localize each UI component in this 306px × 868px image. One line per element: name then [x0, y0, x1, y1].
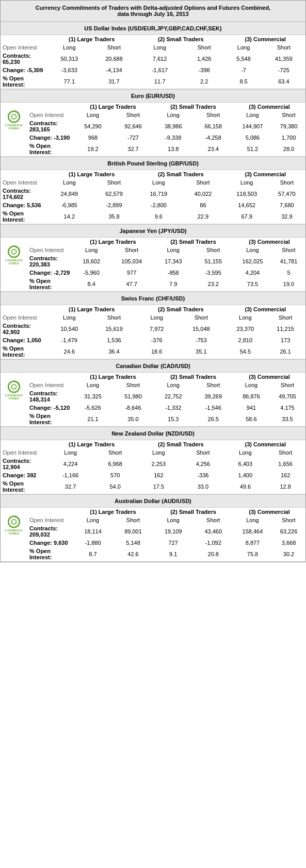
pct-small-short-5: 26.5: [193, 412, 233, 426]
table-col-2: (1) Large Traders (2) Small Traders (3) …: [1, 170, 305, 224]
comm-long-val-0: 5,548: [225, 52, 262, 66]
pct-large-long-0: 77.1: [47, 74, 92, 89]
chg-comm-long-4: 2,810: [225, 336, 265, 344]
contracts-label-3: Contracts: 220,383: [27, 254, 73, 269]
pct-small-long-1: 13.8: [153, 142, 194, 156]
pct-large-long-7: 8.7: [73, 547, 113, 561]
pct-small-short-0: 2.2: [183, 74, 226, 89]
small-traders-header: (2) Small Traders: [153, 373, 233, 381]
large-long-val-5: 31,325: [73, 389, 113, 404]
chg-small-short-2: 86: [181, 201, 225, 209]
small-short-val-5: 39,269: [193, 389, 233, 404]
chg-small-long-0: -1,617: [136, 66, 183, 74]
large-short-label: Short: [113, 381, 153, 389]
logo-col-5: CASHBACKFOREX: [1, 373, 27, 426]
change-row-3: Change: -2,729 -5,960 977 -858 -3,595 4,…: [27, 269, 305, 277]
chg-large-short-4: 1,536: [92, 336, 137, 344]
comm-short-label: Short: [272, 111, 305, 119]
pct-large-short-7: 42.6: [113, 547, 153, 561]
chg-comm-short-4: 173: [265, 336, 305, 344]
large-traders-header: (1) Large Traders: [47, 35, 136, 43]
large-short-val-2: 62,579: [92, 187, 137, 201]
comm-short-label: Short: [272, 516, 305, 524]
large-short-label: Short: [113, 111, 153, 119]
chg-large-short-6: 570: [94, 471, 136, 479]
large-short-val-5: 51,980: [113, 389, 153, 404]
table-col-3: (1) Large Traders (2) Small Traders (3) …: [27, 238, 305, 291]
small-traders-header: (2) Small Traders: [153, 103, 233, 111]
oi-col-header: [27, 373, 73, 381]
comm-short-label: Short: [272, 246, 305, 254]
comm-long-label: Long: [233, 246, 272, 254]
small-traders-header: (2) Small Traders: [153, 238, 233, 246]
logo-col-1: CASHBACKFOREX: [1, 103, 27, 156]
section-3: Japanese Yen (JPY/USD) CASHBACKFOREX (1)…: [1, 224, 305, 292]
group-header-row-5: (1) Large Traders (2) Small Traders (3) …: [27, 373, 305, 381]
main-title: Currency Commitments of Traders with Del…: [1, 1, 305, 22]
contracts-label-6: Contracts: 12,904: [1, 457, 47, 471]
section-header-1: Euro (EUR/USD): [1, 89, 305, 103]
small-long-label: Long: [136, 178, 181, 187]
pct-large-short-6: 54.0: [94, 479, 136, 494]
comm-short-val-2: 57,470: [268, 187, 305, 201]
chg-small-long-1: -9,338: [153, 133, 194, 142]
small-long-label: Long: [153, 381, 194, 389]
pct-row-2: % Open Interest: 14.2 35.8 9.6 22.9 67.9…: [1, 209, 305, 224]
pct-small-long-3: 7.9: [153, 277, 194, 291]
pct-large-long-5: 21.1: [73, 412, 113, 426]
change-row-7: Change: 9,630 -1,880 5,148 727 -1,092 8,…: [27, 539, 305, 547]
pct-small-long-4: 18.6: [136, 344, 177, 359]
small-long-label: Long: [153, 111, 194, 119]
small-traders-header: (2) Small Traders: [153, 508, 233, 516]
svg-point-5: [12, 385, 17, 389]
small-long-val-4: 7,972: [136, 322, 177, 336]
logo-col-7: CASHBACKFOREX: [1, 508, 27, 561]
section-0: US Dollar Index (USD/EUR,JPY,GBP,CAD,CHF…: [1, 22, 305, 89]
comm-long-label: Long: [225, 178, 268, 187]
pct-large-short-0: 31.7: [92, 74, 137, 89]
chg-large-short-5: -8,646: [113, 404, 153, 412]
large-long-val-3: 18,602: [73, 254, 110, 269]
comm-short-label: Short: [262, 43, 305, 52]
data-table-6: (1) Large Traders (2) Small Traders (3) …: [1, 440, 305, 494]
oi-label: Open Interest: [27, 246, 73, 254]
pct-large-long-6: 32.7: [47, 479, 94, 494]
small-long-val-2: 16,719: [136, 187, 181, 201]
comm-long-label: Long: [233, 516, 272, 524]
chg-large-long-1: 968: [73, 133, 113, 142]
section-header-3: Japanese Yen (JPY/USD): [1, 224, 305, 238]
chg-comm-short-5: 4,175: [269, 404, 305, 412]
large-long-val-7: 18,114: [73, 524, 113, 539]
small-long-label: Long: [136, 43, 183, 52]
small-long-label: Long: [153, 516, 194, 524]
pct-small-short-2: 22.9: [181, 209, 225, 224]
pct-comm-long-3: 73.5: [233, 277, 272, 291]
comm-long-val-5: 86,876: [233, 389, 269, 404]
oi-col-header: [1, 305, 47, 313]
chg-comm-short-7: 3,668: [272, 539, 305, 547]
pct-small-long-6: 17.5: [136, 479, 181, 494]
pct-large-short-2: 35.8: [92, 209, 137, 224]
pct-small-short-3: 23.2: [193, 277, 233, 291]
col-labels-row-3: Open Interest Long Short Long Short Long…: [27, 246, 305, 254]
comm-long-label: Long: [225, 313, 265, 322]
change-label-2: Change: 5,536: [1, 201, 47, 209]
small-long-val-5: 22,752: [153, 389, 194, 404]
chg-small-short-3: -3,595: [193, 269, 233, 277]
small-short-label: Short: [177, 313, 225, 322]
chg-small-short-0: -398: [183, 66, 226, 74]
small-short-val-4: 15,048: [177, 322, 225, 336]
pct-row-7: % Open Interest: 8.7 42.6 9.1 20.8 75.8 …: [27, 547, 305, 561]
col-labels-row-7: Open Interest Long Short Long Short Long…: [27, 516, 305, 524]
contracts-label-1: Contracts: 283,165: [27, 119, 73, 133]
pct-row-1: % Open Interest: 19.2 32.7 13.8 23.4 51.…: [27, 142, 305, 156]
oi-col-header: [1, 170, 47, 178]
large-long-label: Long: [73, 111, 113, 119]
chg-small-long-5: -1,332: [153, 404, 194, 412]
small-long-val-0: 7,612: [136, 52, 183, 66]
chg-large-long-4: -1,479: [47, 336, 92, 344]
chg-large-short-2: -2,899: [92, 201, 137, 209]
col-labels-row-6: Open Interest Long Short Long Short Long…: [1, 448, 305, 457]
chg-large-long-6: -1,166: [47, 471, 94, 479]
commercial-header: (3) Commercial: [225, 170, 305, 178]
